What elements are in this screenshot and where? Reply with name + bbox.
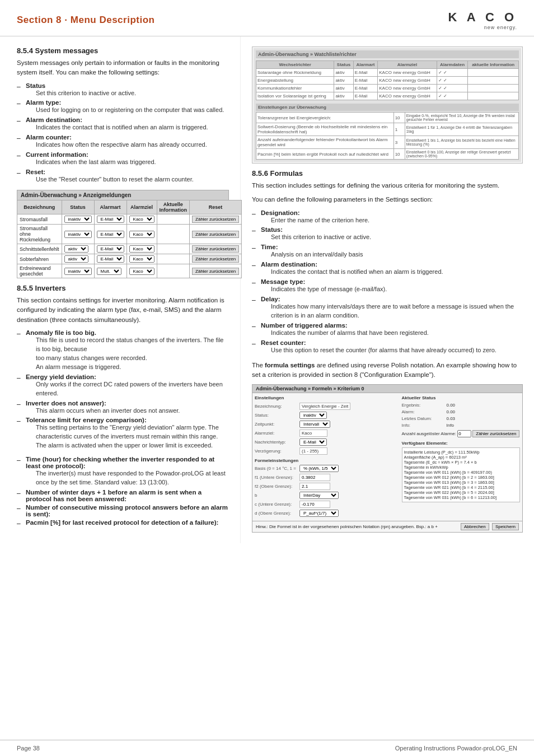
section-title-area: Section 8 · Menu Description	[17, 15, 154, 26]
dash-icon: –	[17, 329, 26, 338]
formula-b-select[interactable]: InterDay	[299, 492, 339, 499]
bullet-inverter-no-answer: Inverter does not answer): This alarm oc…	[26, 400, 180, 416]
logo-tagline: new energy.	[484, 25, 517, 30]
watchlist-inner: Admin-Überwachung » Watchliste/richter W…	[254, 48, 521, 162]
formula-info: Info: Info	[402, 423, 521, 428]
dash-icon: –	[252, 278, 261, 287]
list-item: – Status: Set this criterion to inactive…	[252, 226, 523, 242]
list-item: – Number of triggered alarms: Indicates …	[252, 322, 523, 338]
section-title: Section 8 · Menu Description	[17, 15, 154, 25]
s855-heading: 8.5.5 Inverters	[17, 284, 229, 292]
page-footer: Page 38 Operating Instructions Powador-p…	[0, 740, 534, 756]
zaehler-btn[interactable]: Zähler zurücksetzen	[472, 430, 519, 437]
formula-ergebnis: Ergebnis: 0.00	[402, 403, 521, 408]
list-item: – Number of winter days + 1 before an al…	[17, 489, 229, 502]
list-item: – Alarm type: Used for logging on to or …	[17, 99, 229, 115]
bullet-reset-counter: Reset counter: Use this option to reset …	[261, 339, 496, 355]
bullet-anomaly: Anomaly file is too big. This file is us…	[26, 329, 229, 372]
formula-basis-select[interactable]: % (kWh, 1/50)	[299, 465, 339, 472]
s854-heading: 8.5.4 System messages	[17, 46, 229, 55]
table-row: Solaranlage ohne Rückmeldung aktiv E-Mai…	[256, 69, 519, 77]
dash-icon: –	[17, 456, 26, 464]
watchlist-settings-label: Einstellungen zur Überwachung	[256, 104, 519, 111]
list-item: – Time (hour) for checking whether the i…	[17, 456, 229, 487]
list-item: – Time: Analysis on an interval/daily ba…	[252, 244, 523, 259]
f2-input[interactable]	[299, 483, 330, 490]
reset-btn[interactable]: Zähler zurücksetzen	[192, 245, 239, 253]
dash-icon: –	[17, 99, 26, 108]
reset-btn[interactable]: Zähler zurücksetzen	[192, 231, 239, 238]
list-item: – Reset counter: Use this option to rese…	[252, 339, 523, 355]
speichern-btn[interactable]: Speichern	[492, 523, 519, 530]
list-item: – Number of consecutive missing protocol…	[17, 504, 229, 517]
reset-btn[interactable]: Zähler zurücksetzen	[192, 216, 239, 223]
doc-title: Operating Instructions Powador-proLOG_EN	[395, 745, 517, 752]
list-item: – Anomaly file is too big. This file is …	[17, 329, 229, 372]
formula-row-zeitpunkt: Zeitpunkt: Intervall	[255, 421, 400, 428]
dash-icon: –	[252, 261, 261, 269]
formula-f4-select[interactable]: P_auf^(1/7)	[299, 510, 339, 517]
bullet-energy-yield: Energy yield deviation: Only works if th…	[26, 374, 229, 398]
dash-icon: –	[17, 374, 26, 382]
f1-input[interactable]	[299, 474, 330, 481]
bullet-triggered-alarms: Number of triggered alarms: Indicates th…	[261, 322, 429, 338]
bullet-time-check: Time (hour) for checking whether the inv…	[26, 456, 229, 487]
dash-icon: –	[252, 209, 261, 218]
list-item: – Delay: Indicates how many intervals/da…	[252, 296, 523, 320]
dash-icon: –	[17, 151, 26, 160]
dash-icon: –	[17, 400, 26, 408]
f3-input[interactable]	[299, 501, 330, 508]
bullet-alarm-type: Alarm type: Used for logging on to or re…	[26, 99, 224, 115]
dash-icon: –	[17, 489, 26, 497]
table-row: Stromausfall inaktiv E-Mail Kaco Zähler …	[17, 214, 242, 225]
main-content: 8.5.4 System messages System messages on…	[0, 36, 534, 543]
list-item: – Message type: Indicates the type of me…	[252, 278, 523, 294]
watchlist-table: Wechselrichter Status Alarmart Alarmziel…	[256, 60, 519, 100]
abbrechen-btn[interactable]: Abbrechen	[461, 523, 489, 530]
formula-row-f4: d (Obere Grenze): P_auf^(1/7)	[255, 510, 400, 517]
formula-nachrichtentyp-select[interactable]: E-Mail	[299, 438, 327, 446]
formula-box-title: Admin-Überwachung » Formeln » Kriterium …	[252, 385, 522, 393]
formula-footer: Hinw.: Die Formel ist in der vorgesehene…	[252, 521, 522, 532]
reset-btn[interactable]: Zähler zurücksetzen	[192, 268, 239, 275]
table-row: Isolation vor Solaranlage ist gering akt…	[256, 92, 519, 100]
dash-icon: –	[17, 504, 26, 512]
formula-row-f1: f1 (Untere Grenze):	[255, 474, 400, 481]
col-alarmart: Alarmart	[94, 200, 127, 214]
formula-zeitpunkt-select[interactable]: Intervall	[299, 421, 330, 428]
bullet-status: Status: Set this criterion to inactive o…	[261, 226, 371, 242]
logo-area: K A C O new energy.	[448, 10, 517, 30]
formula-row-basis: Basis (0 = 14 °C, 1 = % (kWh, 1/50)	[255, 465, 400, 472]
page-number: Page 38	[17, 745, 40, 752]
formula-intro: The formula settings are defined using r…	[252, 361, 523, 380]
s856-bullet-list: – Designation: Enter the name of the cri…	[252, 209, 523, 355]
dash-icon: –	[17, 82, 26, 91]
admin-table-854: Bezeichnung Status Alarmart Alarmziel Ak…	[17, 200, 242, 278]
formula-row-nachrichtentyp: Nachrichtentyp: E-Mail	[255, 438, 400, 446]
col-alarmziel: Alarmziel	[127, 200, 157, 214]
list-item: – Status Set this criterion to inactive …	[17, 82, 229, 98]
formula-row-bezeichnung: Bezeichnung: Vergleich Energie - Zeit	[255, 403, 400, 410]
formula-status-select[interactable]: inaktiv	[299, 412, 327, 419]
col-reset: Reset	[190, 200, 242, 214]
table-row: Kommunikationsfehler aktiv E-Mail KACO n…	[256, 85, 519, 92]
list-item: – Alarm destination: Indicates the conta…	[17, 116, 229, 132]
formula-einstellungen-label: Einstellungen	[255, 395, 400, 400]
bullet-winter-days: Number of winter days + 1 before an alar…	[26, 489, 229, 502]
col-bezeichnung: Bezeichnung	[17, 200, 62, 214]
s854-intro: System messages only pertain to informat…	[17, 58, 229, 78]
formula-letztes-datum: Letztes Datum: 0.03	[402, 416, 521, 421]
list-item: – Pacmin [%] for last received protocol …	[17, 519, 229, 528]
alarm-count-input[interactable]	[457, 430, 471, 437]
admin-table-title-854: Admin-Überwachung » Anzeigmeldungen	[17, 190, 229, 200]
left-column: 8.5.4 System messages System messages on…	[0, 36, 241, 543]
table-row: Energieabstellung aktiv E-Mail KACO new …	[256, 77, 519, 85]
list-item: – Inverter does not answer): This alarm …	[17, 400, 229, 416]
bullet-designation: Designation: Enter the name of the crite…	[261, 209, 369, 225]
bullet-alarm-counter: Alarm counter: Indicates how often the r…	[26, 134, 207, 150]
formula-right-panel: Aktueller Status Ergebnis: 0.00 Alarm: 0…	[402, 395, 521, 519]
list-item: – Tolerance limit for energy comparison)…	[17, 417, 229, 450]
table-row: Stromausfall ohne Rückmeldung inaktiv E-…	[17, 225, 242, 244]
s855-intro: This section contains settings for inver…	[17, 296, 229, 325]
reset-btn[interactable]: Zähler zurücksetzen	[192, 255, 239, 263]
